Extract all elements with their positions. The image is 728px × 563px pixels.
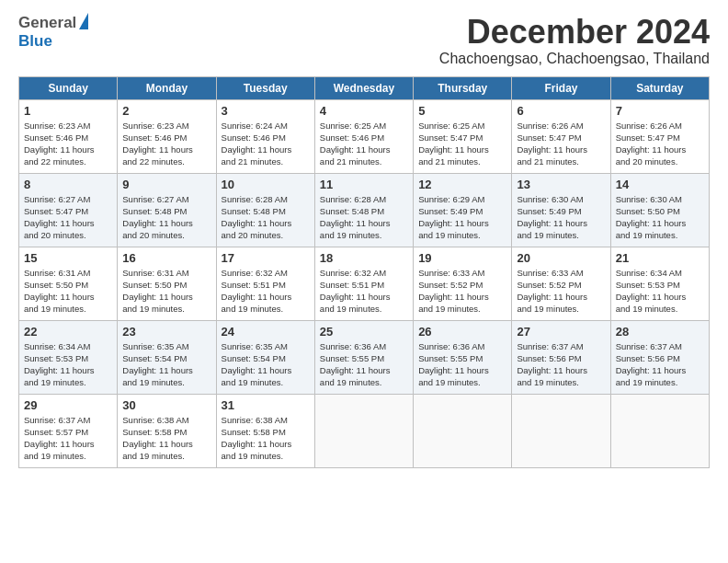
day-number: 4 <box>320 104 408 118</box>
table-row: 19Sunrise: 6:33 AM Sunset: 5:52 PM Dayli… <box>414 247 512 320</box>
table-row: 23Sunrise: 6:35 AM Sunset: 5:54 PM Dayli… <box>118 320 216 394</box>
calendar-week-row: 15Sunrise: 6:31 AM Sunset: 5:50 PM Dayli… <box>19 247 710 320</box>
day-number: 31 <box>222 398 310 412</box>
table-row: 5Sunrise: 6:25 AM Sunset: 5:47 PM Daylig… <box>414 99 512 173</box>
day-number: 20 <box>517 251 605 265</box>
day-info: Sunrise: 6:24 AM Sunset: 5:46 PM Dayligh… <box>222 120 310 168</box>
table-row <box>314 394 413 467</box>
day-number: 7 <box>616 104 704 118</box>
day-info: Sunrise: 6:33 AM Sunset: 5:52 PM Dayligh… <box>418 267 506 316</box>
table-row: 11Sunrise: 6:28 AM Sunset: 5:48 PM Dayli… <box>314 173 413 247</box>
table-row: 29Sunrise: 6:37 AM Sunset: 5:57 PM Dayli… <box>19 394 118 467</box>
table-row: 3Sunrise: 6:24 AM Sunset: 5:46 PM Daylig… <box>216 99 314 173</box>
day-info: Sunrise: 6:32 AM Sunset: 5:51 PM Dayligh… <box>320 267 408 316</box>
day-info: Sunrise: 6:37 AM Sunset: 5:56 PM Dayligh… <box>517 340 605 389</box>
day-number: 10 <box>222 178 310 191</box>
day-number: 11 <box>320 178 408 191</box>
day-number: 3 <box>222 104 310 118</box>
table-row: 7Sunrise: 6:26 AM Sunset: 5:47 PM Daylig… <box>610 99 709 173</box>
header-wednesday: Wednesday <box>314 76 413 99</box>
day-number: 30 <box>122 398 210 412</box>
table-row: 20Sunrise: 6:33 AM Sunset: 5:52 PM Dayli… <box>512 247 610 320</box>
day-info: Sunrise: 6:28 AM Sunset: 5:48 PM Dayligh… <box>320 193 408 242</box>
day-info: Sunrise: 6:35 AM Sunset: 5:54 PM Dayligh… <box>122 340 210 389</box>
day-info: Sunrise: 6:31 AM Sunset: 5:50 PM Dayligh… <box>122 267 210 316</box>
day-info: Sunrise: 6:26 AM Sunset: 5:47 PM Dayligh… <box>616 120 704 168</box>
table-row: 24Sunrise: 6:35 AM Sunset: 5:54 PM Dayli… <box>216 320 314 394</box>
day-info: Sunrise: 6:34 AM Sunset: 5:53 PM Dayligh… <box>24 340 112 389</box>
table-row: 18Sunrise: 6:32 AM Sunset: 5:51 PM Dayli… <box>314 247 413 320</box>
day-info: Sunrise: 6:28 AM Sunset: 5:48 PM Dayligh… <box>222 193 310 242</box>
day-number: 2 <box>122 104 210 118</box>
day-number: 28 <box>616 325 704 339</box>
day-number: 14 <box>616 178 704 191</box>
day-info: Sunrise: 6:37 AM Sunset: 5:57 PM Dayligh… <box>24 414 112 463</box>
calendar-table: Sunday Monday Tuesday Wednesday Thursday… <box>18 76 710 468</box>
calendar-week-row: 1Sunrise: 6:23 AM Sunset: 5:46 PM Daylig… <box>19 99 710 173</box>
page-container: General Blue December 2024 Chachoengsao,… <box>0 0 728 477</box>
day-number: 6 <box>517 104 605 118</box>
table-row: 26Sunrise: 6:36 AM Sunset: 5:55 PM Dayli… <box>414 320 512 394</box>
day-info: Sunrise: 6:29 AM Sunset: 5:49 PM Dayligh… <box>418 193 506 242</box>
day-info: Sunrise: 6:27 AM Sunset: 5:47 PM Dayligh… <box>24 193 112 242</box>
day-info: Sunrise: 6:25 AM Sunset: 5:47 PM Dayligh… <box>418 120 506 168</box>
calendar-week-row: 8Sunrise: 6:27 AM Sunset: 5:47 PM Daylig… <box>19 173 710 247</box>
table-row <box>512 394 610 467</box>
day-info: Sunrise: 6:38 AM Sunset: 5:58 PM Dayligh… <box>222 414 310 463</box>
day-number: 12 <box>418 178 506 191</box>
day-info: Sunrise: 6:27 AM Sunset: 5:48 PM Dayligh… <box>122 193 210 242</box>
day-info: Sunrise: 6:30 AM Sunset: 5:49 PM Dayligh… <box>517 193 605 242</box>
day-number: 13 <box>517 178 605 191</box>
day-number: 27 <box>517 325 605 339</box>
header-thursday: Thursday <box>414 76 512 99</box>
calendar-header-row: Sunday Monday Tuesday Wednesday Thursday… <box>19 76 710 99</box>
logo-triangle-icon <box>79 13 88 29</box>
logo: General Blue <box>18 14 88 51</box>
day-info: Sunrise: 6:36 AM Sunset: 5:55 PM Dayligh… <box>418 340 506 389</box>
table-row: 12Sunrise: 6:29 AM Sunset: 5:49 PM Dayli… <box>414 173 512 247</box>
table-row: 15Sunrise: 6:31 AM Sunset: 5:50 PM Dayli… <box>19 247 118 320</box>
table-row: 8Sunrise: 6:27 AM Sunset: 5:47 PM Daylig… <box>19 173 118 247</box>
table-row <box>610 394 709 467</box>
day-info: Sunrise: 6:35 AM Sunset: 5:54 PM Dayligh… <box>222 340 310 389</box>
table-row: 14Sunrise: 6:30 AM Sunset: 5:50 PM Dayli… <box>610 173 709 247</box>
logo-blue: Blue <box>18 32 88 51</box>
header-tuesday: Tuesday <box>216 76 314 99</box>
table-row: 17Sunrise: 6:32 AM Sunset: 5:51 PM Dayli… <box>216 247 314 320</box>
table-row: 31Sunrise: 6:38 AM Sunset: 5:58 PM Dayli… <box>216 394 314 467</box>
day-info: Sunrise: 6:32 AM Sunset: 5:51 PM Dayligh… <box>222 267 310 316</box>
calendar-title: December 2024 <box>439 14 710 51</box>
day-info: Sunrise: 6:26 AM Sunset: 5:47 PM Dayligh… <box>517 120 605 168</box>
table-row: 27Sunrise: 6:37 AM Sunset: 5:56 PM Dayli… <box>512 320 610 394</box>
day-number: 29 <box>24 398 112 412</box>
table-row: 25Sunrise: 6:36 AM Sunset: 5:55 PM Dayli… <box>314 320 413 394</box>
header-monday: Monday <box>118 76 216 99</box>
day-info: Sunrise: 6:38 AM Sunset: 5:58 PM Dayligh… <box>122 414 210 463</box>
table-row: 21Sunrise: 6:34 AM Sunset: 5:53 PM Dayli… <box>610 247 709 320</box>
table-row: 13Sunrise: 6:30 AM Sunset: 5:49 PM Dayli… <box>512 173 610 247</box>
day-info: Sunrise: 6:31 AM Sunset: 5:50 PM Dayligh… <box>24 267 112 316</box>
day-number: 16 <box>122 251 210 265</box>
day-number: 26 <box>418 325 506 339</box>
table-row <box>414 394 512 467</box>
day-number: 18 <box>320 251 408 265</box>
day-number: 25 <box>320 325 408 339</box>
header-friday: Friday <box>512 76 610 99</box>
calendar-week-row: 29Sunrise: 6:37 AM Sunset: 5:57 PM Dayli… <box>19 394 710 467</box>
table-row: 6Sunrise: 6:26 AM Sunset: 5:47 PM Daylig… <box>512 99 610 173</box>
day-number: 22 <box>24 325 112 339</box>
day-number: 15 <box>24 251 112 265</box>
calendar-location: Chachoengsao, Chachoengsao, Thailand <box>439 51 710 67</box>
calendar-week-row: 22Sunrise: 6:34 AM Sunset: 5:53 PM Dayli… <box>19 320 710 394</box>
day-number: 21 <box>616 251 704 265</box>
day-info: Sunrise: 6:23 AM Sunset: 5:46 PM Dayligh… <box>24 120 112 168</box>
day-info: Sunrise: 6:23 AM Sunset: 5:46 PM Dayligh… <box>122 120 210 168</box>
day-info: Sunrise: 6:33 AM Sunset: 5:52 PM Dayligh… <box>517 267 605 316</box>
day-number: 24 <box>222 325 310 339</box>
header-sunday: Sunday <box>19 76 118 99</box>
page-header: General Blue December 2024 Chachoengsao,… <box>18 14 710 67</box>
day-number: 9 <box>122 178 210 191</box>
table-row: 10Sunrise: 6:28 AM Sunset: 5:48 PM Dayli… <box>216 173 314 247</box>
header-saturday: Saturday <box>610 76 709 99</box>
day-number: 8 <box>24 178 112 191</box>
